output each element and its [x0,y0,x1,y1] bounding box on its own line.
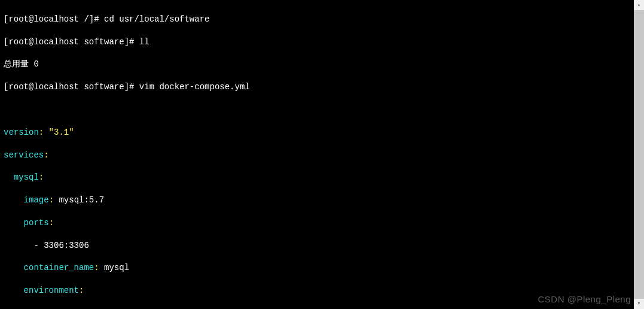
yaml-ports-item: - 3306:3306 [4,240,630,252]
yaml-ports: ports: [4,217,630,229]
scrollbar-down-icon[interactable]: ▾ [634,299,644,309]
yaml-container-name: container_name: mysql [4,262,630,274]
shell-line-ll: [root@localhost software]# ll [4,37,630,48]
blank-line [4,104,630,116]
shell-line-cd: [root@localhost /]# cd usr/local/softwar… [4,14,630,25]
yaml-environment: environment: [4,285,630,296]
yaml-services: services: [4,150,630,161]
yaml-image: image: mysql:5.7 [4,195,630,206]
terminal-window[interactable]: [root@localhost /]# cd usr/local/softwar… [0,0,634,309]
shell-output-total: 总用量 0 [4,59,630,70]
scrollbar-track[interactable]: ▴ ▾ [634,0,644,309]
shell-line-vim: [root@localhost software]# vim docker-co… [4,81,630,93]
scrollbar-up-icon[interactable]: ▴ [634,0,644,10]
scrollbar-thumb[interactable] [634,10,644,299]
yaml-version: version: "3.1" [4,127,630,138]
watermark-text: CSDN @Pleng_Pleng [538,293,631,305]
yaml-mysql: mysql: [4,172,630,183]
